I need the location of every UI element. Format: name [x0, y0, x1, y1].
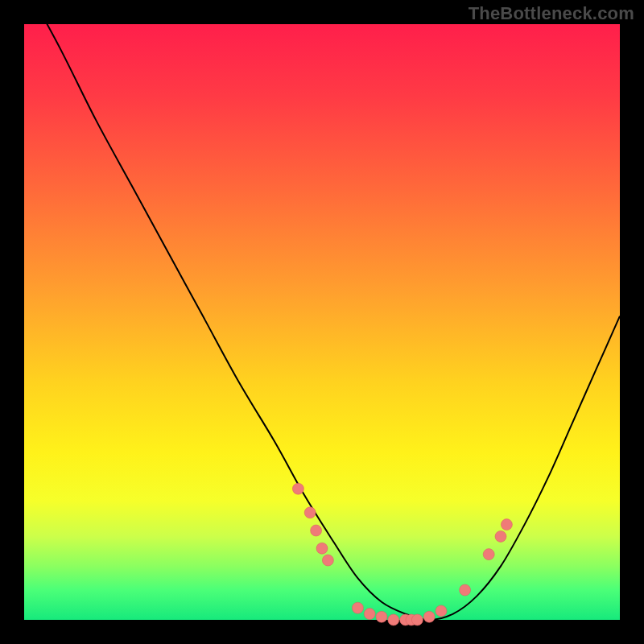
scatter-dot [311, 525, 322, 536]
scatter-dot [364, 609, 375, 620]
scatter-dot [316, 543, 328, 554]
scatter-dot [352, 602, 363, 613]
plot-area [24, 24, 620, 620]
scatter-dot [304, 507, 316, 518]
scatter-dot [411, 614, 423, 625]
curve-svg [24, 24, 620, 620]
scatter-dot [388, 614, 399, 625]
scatter-dot [292, 483, 303, 494]
scatter-dot [423, 611, 435, 622]
scatter-dot [322, 555, 333, 566]
bottleneck-curve-path [24, 0, 620, 620]
scatter-dot [495, 530, 506, 542]
scatter-dot [501, 519, 512, 530]
scatter-dot [483, 549, 494, 560]
scatter-dots [292, 483, 512, 625]
scatter-dot [436, 605, 447, 617]
scatter-dot [460, 584, 471, 596]
chart-stage: TheBottleneck.com [0, 0, 644, 644]
scatter-dot [376, 611, 387, 622]
watermark-text: TheBottleneck.com [469, 3, 634, 24]
